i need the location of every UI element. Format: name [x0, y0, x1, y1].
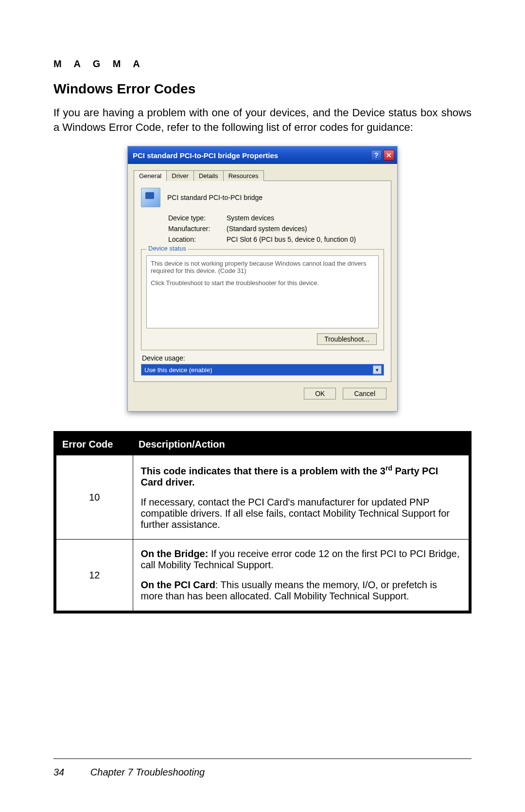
error-desc-cell: This code indicates that there is a prob… [133, 455, 470, 540]
tab-resources[interactable]: Resources [223, 170, 264, 181]
error-code-cell: 10 [55, 455, 133, 540]
help-icon[interactable]: ? [371, 150, 382, 161]
table-header-row: Error Code Description/Action [55, 433, 470, 455]
status-line-2: Click Troubleshoot to start the troubles… [151, 279, 374, 287]
device-usage-value: Use this device (enable) [144, 366, 212, 374]
device-name: PCI standard PCI-to-PCI bridge [167, 194, 262, 201]
close-icon[interactable]: ✕ [384, 150, 394, 161]
tab-driver[interactable]: Driver [166, 170, 194, 181]
chapter-label: Chapter 7 Troubleshooting [90, 767, 205, 777]
properties-dialog: PCI standard PCI-to-PCI bridge Propertie… [127, 146, 398, 412]
tab-strip: General Driver Details Resources [134, 170, 391, 180]
location-value: PCI Slot 6 (PCI bus 5, device 0, functio… [227, 235, 356, 243]
titlebar: PCI standard PCI-to-PCI bridge Propertie… [128, 146, 397, 164]
row2-p1-lead: On the Bridge: [141, 548, 209, 559]
troubleshoot-button[interactable]: Troubleshoot... [317, 333, 377, 345]
cancel-button[interactable]: Cancel [343, 388, 386, 399]
status-line-1: This device is not working properly beca… [151, 260, 374, 274]
row1-bold: This code indicates that there is a prob… [141, 466, 385, 476]
chevron-down-icon: ▾ [373, 365, 382, 374]
header-error-code: Error Code [55, 433, 133, 455]
error-desc-cell: On the Bridge: If you receive error code… [133, 540, 470, 613]
table-row: 10 This code indicates that there is a p… [55, 455, 470, 540]
dialog-title: PCI standard PCI-to-PCI bridge Propertie… [133, 151, 278, 160]
tab-pane-general: PCI standard PCI-to-PCI bridge Device ty… [134, 180, 391, 382]
row1-sup: rd [385, 464, 392, 472]
device-status-legend: Device status [146, 245, 188, 252]
page-number: 34 [53, 767, 64, 777]
tab-details[interactable]: Details [193, 170, 224, 181]
row2-p2-lead: On the PCI Card [141, 579, 215, 590]
manufacturer-label: Manufacturer: [168, 225, 227, 233]
location-label: Location: [168, 235, 227, 243]
tab-general[interactable]: General [134, 170, 167, 181]
device-usage-label: Device usage: [142, 354, 384, 362]
page-footer: 34 Chapter 7 Troubleshooting [53, 758, 472, 778]
device-usage-select[interactable]: Use this device (enable) ▾ [141, 364, 384, 376]
brand-header: M A G M A [53, 58, 472, 70]
device-status-fieldset: Device status This device is not working… [141, 249, 384, 350]
device-type-value: System devices [227, 214, 274, 222]
intro-paragraph: If you are having a problem with one of … [53, 106, 472, 134]
header-description: Description/Action [133, 433, 470, 455]
manufacturer-value: (Standard system devices) [227, 225, 307, 233]
row1-body: If necessary, contact the PCI Card's man… [141, 497, 450, 530]
table-row: 12 On the Bridge: If you receive error c… [55, 540, 470, 613]
device-icon [141, 188, 160, 207]
ok-button[interactable]: OK [304, 388, 336, 399]
section-title: Windows Error Codes [53, 81, 472, 97]
device-type-label: Device type: [168, 214, 227, 222]
error-code-table: Error Code Description/Action 10 This co… [53, 431, 472, 614]
error-code-cell: 12 [55, 540, 133, 613]
device-status-box: This device is not working properly beca… [146, 255, 379, 328]
